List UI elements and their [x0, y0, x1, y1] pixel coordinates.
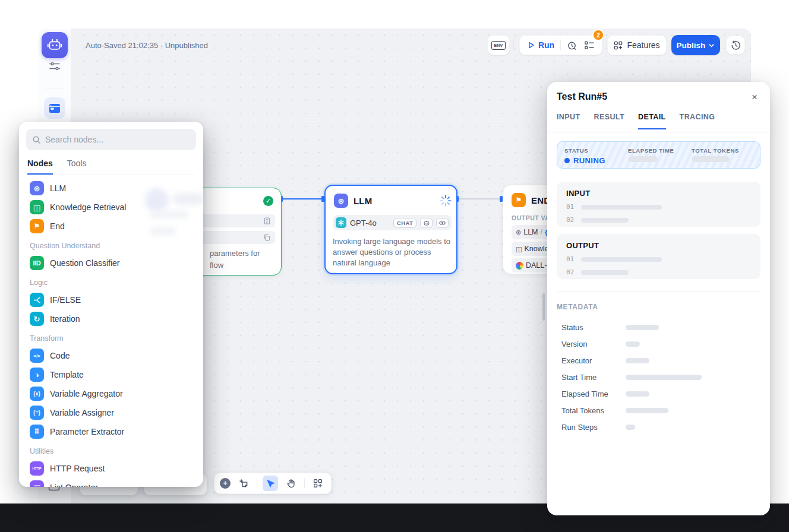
llm-node-description: Invoking large language models to answer… — [333, 236, 452, 268]
version-history-button[interactable] — [726, 36, 745, 55]
panel-tabs: Nodes Tools — [27, 159, 195, 175]
canvas-scrollbar-thumb[interactable] — [542, 293, 545, 321]
edge-llm-to-end — [457, 198, 503, 200]
node-item-label: HTTP Request — [50, 464, 105, 473]
template-icon: ◑ — [30, 368, 44, 382]
node-item-iteration[interactable]: ↻ Iteration — [26, 309, 196, 328]
features-icon — [614, 41, 623, 50]
meta-total-tokens-label: Total Tokens — [561, 406, 626, 415]
status-value: RUNING — [573, 156, 605, 165]
tab-input[interactable]: INPUT — [557, 113, 580, 129]
node-search-input[interactable] — [45, 135, 182, 144]
row-index: 02 — [566, 216, 574, 224]
chevron-down-icon — [708, 42, 715, 49]
node-item-http-request[interactable]: HTTP HTTP Request — [26, 459, 196, 478]
skeleton-bar — [626, 391, 649, 397]
toolbar-divider — [257, 479, 257, 488]
node-search-panel: Nodes Tools ⊛ LLM ◫ Knowledge Retrieval … — [19, 122, 203, 487]
end-icon: ⚑ — [30, 219, 44, 233]
status-label: STATUS — [564, 147, 605, 154]
skeleton-bar — [581, 205, 662, 210]
metadata-title: METADATA — [557, 303, 598, 311]
knowledge-ref-icon: ◫ — [516, 245, 522, 253]
node-item-label: Parameter Extractor — [50, 427, 124, 436]
row-index: 02 — [566, 268, 574, 276]
tab-detail[interactable]: DETAIL — [638, 113, 666, 129]
chat-mode-badge: CHAT — [393, 218, 416, 228]
run-button[interactable]: Run — [538, 40, 554, 50]
skeleton-bar — [626, 341, 640, 347]
openai-model-icon — [336, 217, 346, 228]
play-icon[interactable] — [527, 41, 535, 49]
node-search-box[interactable] — [26, 129, 196, 150]
node-item-variable-assigner[interactable]: {=} Variable Assigner — [26, 403, 196, 422]
knowledge-retrieval-icon: ◫ — [30, 200, 44, 214]
vision-eye-icon — [436, 218, 449, 228]
llm-icon: ⊛ — [30, 181, 44, 195]
tab-result[interactable]: RESULT — [594, 113, 624, 129]
history-icon — [731, 40, 741, 50]
close-icon[interactable]: × — [747, 90, 762, 104]
node-item-code[interactable]: </> Code — [26, 346, 196, 365]
node-item-label: Variable Assigner — [50, 408, 114, 417]
section-header-question-understand: Question Understand — [30, 242, 192, 250]
organize-layout-button[interactable] — [310, 476, 326, 491]
run-panel-title: Test Run#5 — [557, 91, 607, 102]
hand-tool-button[interactable] — [283, 476, 299, 491]
group-divider — [560, 40, 561, 50]
row-index: 01 — [566, 255, 574, 263]
autosave-status: Auto-Saved 21:02:35 · Unpublished — [86, 41, 208, 50]
tab-tracing[interactable]: TRACING — [680, 113, 715, 129]
env-button[interactable]: ENV — [487, 35, 510, 55]
node-item-label: Knowledge Retrieval — [50, 202, 126, 212]
add-node-button[interactable]: + — [220, 478, 231, 489]
node-item-if-else[interactable]: IF/ELSE — [26, 290, 196, 309]
node-item-label: IF/ELSE — [50, 295, 81, 305]
llm-node[interactable]: ⊛ LLM GPT-4o CHAT Invoking large languag… — [324, 185, 457, 274]
copy-icon — [263, 234, 270, 241]
features-button[interactable]: Features — [607, 35, 667, 55]
tab-tools[interactable]: Tools — [67, 159, 87, 175]
success-check-icon: ✓ — [263, 196, 273, 206]
blurred-node-ghost — [150, 227, 176, 235]
llm-ref-icon: ⊛ — [516, 229, 521, 236]
llm-node-title: LLM — [354, 196, 372, 206]
node-item-question-classifier[interactable]: ‖D Question Classifier — [26, 254, 196, 273]
toolbar-divider — [513, 40, 514, 50]
list-operator-icon — [30, 480, 44, 487]
blurred-node-ghost — [145, 188, 169, 212]
publish-button[interactable]: Publish — [671, 35, 720, 55]
pointer-tool-button[interactable] — [263, 476, 278, 491]
code-icon: </> — [30, 349, 44, 363]
parameter-extractor-icon: ⠿ — [30, 425, 44, 439]
node-item-variable-aggregator[interactable]: {x} Variable Aggregator — [26, 384, 196, 403]
section-header-utilities: Utilities — [30, 447, 192, 455]
model-name: GPT-4o — [350, 218, 390, 227]
tab-nodes[interactable]: Nodes — [27, 159, 53, 175]
checklist-icon[interactable] — [584, 40, 595, 50]
node-item-template[interactable]: ◑ Template — [26, 365, 196, 384]
app-logo-robot-icon[interactable] — [42, 32, 68, 58]
start-node-description: parameters for — [210, 249, 260, 258]
http-request-icon: HTTP — [30, 461, 44, 476]
row-index: 01 — [566, 203, 574, 211]
input-title: INPUT — [566, 189, 751, 198]
add-note-button[interactable] — [236, 476, 251, 491]
skeleton-bar — [581, 257, 662, 262]
node-item-list-operator[interactable]: List Operator — [26, 478, 196, 487]
model-selector[interactable]: GPT-4o CHAT — [333, 215, 452, 230]
edge-start-to-llm — [282, 198, 324, 200]
skeleton-bar — [626, 408, 668, 413]
node-item-label: Variable Aggregator — [50, 389, 123, 398]
run-history-clock-icon[interactable] — [567, 40, 577, 50]
workflow-settings-icon[interactable] — [48, 61, 61, 72]
node-item-llm[interactable]: ⊛ LLM — [26, 179, 196, 198]
node-item-parameter-extractor[interactable]: ⠿ Parameter Extractor — [26, 422, 196, 441]
toolbar-divider — [304, 479, 305, 488]
meta-start-time-label: Start Time — [561, 373, 626, 382]
preview-window-button[interactable] — [44, 97, 65, 119]
metadata-divider — [557, 291, 760, 292]
running-status-dot — [564, 158, 570, 163]
features-label: Features — [627, 40, 659, 50]
skeleton-bar — [626, 325, 659, 330]
